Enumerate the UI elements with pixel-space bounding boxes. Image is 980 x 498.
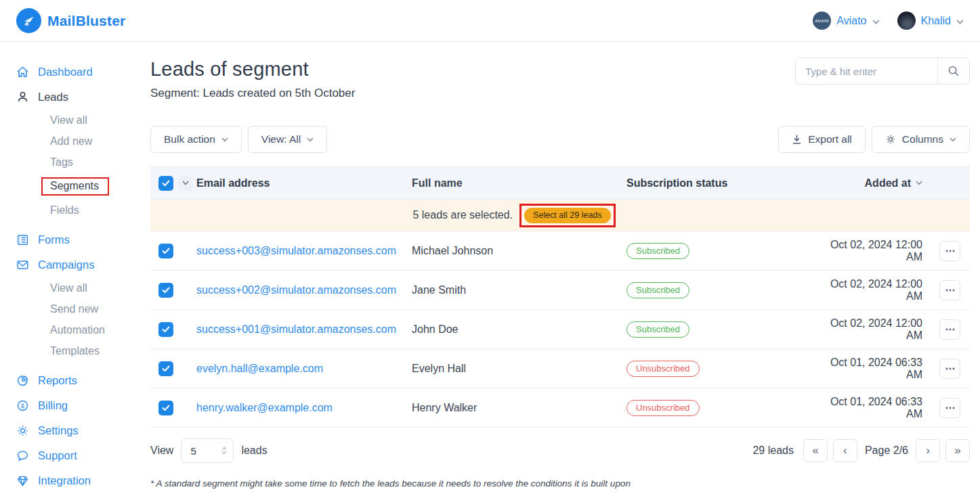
sidebar-item-campaigns[interactable]: Campaigns bbox=[16, 252, 150, 277]
lead-email-link[interactable]: henry.walker@example.com bbox=[196, 402, 333, 413]
row-actions-button[interactable] bbox=[939, 280, 960, 300]
sidebar-item-send-new[interactable]: Send new bbox=[50, 298, 150, 319]
sidebar-item-add-new[interactable]: Add new bbox=[50, 131, 150, 152]
next-page-button[interactable]: › bbox=[916, 439, 940, 462]
total-leads-count: 29 leads bbox=[752, 445, 794, 457]
search-input[interactable] bbox=[796, 58, 937, 84]
ellipsis-icon bbox=[945, 407, 955, 409]
sidebar: Dashboard Leads View all Add new Tags Se… bbox=[0, 42, 150, 498]
view-label: View bbox=[150, 445, 173, 457]
sidebar-item-dashboard[interactable]: Dashboard bbox=[16, 60, 150, 85]
column-header-added[interactable]: Added at bbox=[816, 177, 931, 189]
search-button[interactable] bbox=[937, 58, 969, 84]
selection-count-text: 5 leads are selected. bbox=[412, 209, 513, 221]
sidebar-item-label: Billing bbox=[38, 399, 68, 412]
lead-email-link[interactable]: success+003@simulator.amazonses.com bbox=[196, 245, 396, 256]
row-checkbox[interactable] bbox=[158, 244, 173, 258]
person-icon bbox=[16, 91, 29, 104]
annotation-box-select-all: Select all 29 leads bbox=[519, 204, 615, 227]
brand-logo[interactable]: MailBluster bbox=[16, 8, 125, 33]
export-all-label: Export all bbox=[808, 133, 852, 145]
page-indicator: Page 2/6 bbox=[865, 445, 908, 457]
view-filter-label: View: All bbox=[261, 133, 301, 145]
gem-icon bbox=[16, 474, 29, 487]
lead-added-at: Oct 02, 2024 12:00 AM bbox=[816, 278, 931, 302]
columns-button[interactable]: Columns bbox=[872, 126, 970, 153]
sidebar-item-tags[interactable]: Tags bbox=[50, 152, 150, 173]
home-icon bbox=[16, 66, 29, 78]
stepper-icon[interactable] bbox=[221, 447, 227, 455]
first-page-button[interactable]: « bbox=[803, 439, 828, 462]
sidebar-item-fields[interactable]: Fields bbox=[50, 200, 150, 221]
check-icon bbox=[162, 405, 170, 411]
lead-added-at: Oct 02, 2024 12:00 AM bbox=[816, 239, 931, 263]
bulk-action-label: Bulk action bbox=[164, 133, 215, 145]
select-dropdown-toggle[interactable] bbox=[178, 176, 192, 191]
sidebar-item-label: Integration bbox=[38, 474, 91, 487]
column-header-email: Email address bbox=[196, 177, 412, 189]
row-checkbox[interactable] bbox=[158, 322, 173, 337]
subscription-status-badge: Subscribed bbox=[626, 321, 689, 338]
account-menu[interactable]: AVIATO Aviato bbox=[813, 12, 879, 30]
sidebar-item-label: Dashboard bbox=[38, 66, 93, 78]
page-subtitle: Segment: Leads created on 5th October bbox=[150, 87, 970, 100]
user-menu[interactable]: Khalid bbox=[897, 12, 964, 30]
prev-page-button[interactable]: ‹ bbox=[833, 439, 857, 462]
row-checkbox[interactable] bbox=[158, 283, 173, 298]
svg-text:$: $ bbox=[21, 402, 25, 409]
leads-submenu: View all Add new Tags Segments Fields bbox=[50, 110, 150, 221]
sidebar-item-leads[interactable]: Leads bbox=[16, 85, 150, 110]
lead-added-at: Oct 02, 2024 12:00 AM bbox=[816, 317, 931, 342]
sidebar-item-view-all-campaigns[interactable]: View all bbox=[50, 277, 150, 298]
row-actions-button[interactable] bbox=[939, 319, 960, 340]
lead-email-link[interactable]: evelyn.hall@example.com bbox=[196, 363, 323, 374]
sidebar-item-segments[interactable]: Segments bbox=[50, 173, 150, 200]
row-actions-button[interactable] bbox=[939, 398, 960, 418]
export-all-button[interactable]: Export all bbox=[778, 126, 866, 153]
check-icon bbox=[162, 180, 170, 187]
sidebar-item-settings[interactable]: Settings bbox=[16, 418, 150, 443]
chevron-down-icon bbox=[182, 181, 189, 185]
select-all-checkbox[interactable] bbox=[158, 176, 173, 191]
sidebar-item-forms[interactable]: Forms bbox=[16, 227, 150, 252]
table-row: success+001@simulator.amazonses.com John… bbox=[150, 310, 970, 349]
sidebar-item-automation[interactable]: Automation bbox=[50, 319, 150, 340]
sidebar-item-integration[interactable]: Integration bbox=[16, 468, 150, 493]
sidebar-item-view-all-leads[interactable]: View all bbox=[50, 110, 150, 131]
search-icon bbox=[947, 65, 960, 77]
leads-label: leads bbox=[241, 445, 267, 457]
chat-bubble-icon bbox=[16, 449, 29, 462]
row-actions-button[interactable] bbox=[939, 241, 960, 261]
row-checkbox[interactable] bbox=[158, 401, 173, 415]
page-size-control: View leads bbox=[150, 438, 268, 463]
list-footer: View leads 29 leads « ‹ Page 2/6 › » bbox=[150, 438, 970, 463]
column-header-status: Subscription status bbox=[626, 177, 816, 189]
last-page-button[interactable]: » bbox=[945, 439, 970, 462]
sidebar-item-reports[interactable]: Reports bbox=[16, 368, 150, 393]
lead-email-link[interactable]: success+002@simulator.amazonses.com bbox=[196, 284, 396, 296]
sidebar-item-support[interactable]: Support bbox=[16, 443, 150, 468]
sidebar-item-label: Leads bbox=[38, 91, 68, 104]
sidebar-item-billing[interactable]: $ Billing bbox=[16, 393, 150, 418]
segment-footnote: * A standard segment might take some tim… bbox=[150, 478, 631, 489]
sidebar-item-label: Support bbox=[38, 449, 77, 462]
pagination: 29 leads « ‹ Page 2/6 › » bbox=[752, 439, 970, 462]
row-checkbox[interactable] bbox=[158, 361, 173, 376]
dollar-circle-icon: $ bbox=[16, 399, 29, 412]
table-row: henry.walker@example.com Henry Walker Un… bbox=[150, 388, 970, 428]
lead-full-name: Henry Walker bbox=[412, 402, 626, 414]
brand-name: MailBluster bbox=[47, 13, 125, 29]
lead-email-link[interactable]: success+001@simulator.amazonses.com bbox=[196, 323, 396, 335]
sidebar-item-templates[interactable]: Templates bbox=[50, 340, 150, 361]
table-row: evelyn.hall@example.com Evelyn Hall Unsu… bbox=[150, 349, 970, 388]
select-all-leads-button[interactable]: Select all 29 leads bbox=[524, 208, 610, 223]
user-avatar bbox=[897, 12, 916, 30]
view-filter-button[interactable]: View: All bbox=[248, 126, 327, 153]
lead-added-at: Oct 01, 2024 06:33 AM bbox=[816, 357, 931, 381]
bulk-action-button[interactable]: Bulk action bbox=[150, 126, 242, 153]
table-row: success+003@simulator.amazonses.com Mich… bbox=[150, 231, 970, 271]
sort-chevron-icon bbox=[916, 181, 922, 185]
check-icon bbox=[162, 365, 170, 372]
row-actions-button[interactable] bbox=[939, 359, 960, 379]
subscription-status-badge: Subscribed bbox=[626, 243, 689, 259]
